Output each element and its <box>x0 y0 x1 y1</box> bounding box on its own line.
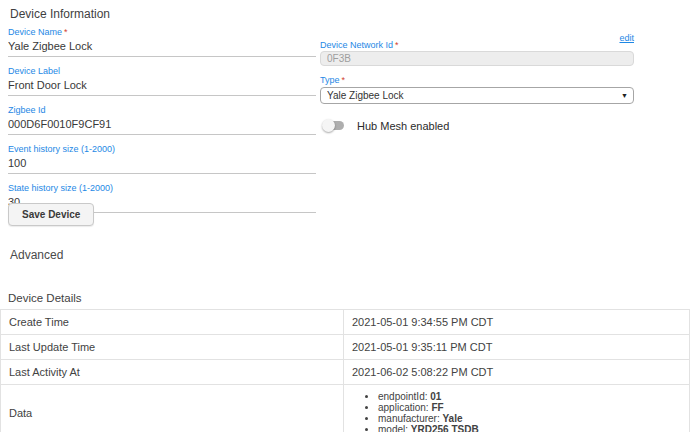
table-row: Data endpointId01 applicationFF manufact… <box>1 385 690 432</box>
device-label-field-group: Device Label <box>8 66 316 96</box>
data-key: model <box>378 424 411 432</box>
type-label: Type* <box>320 75 634 86</box>
page-title: Device Information <box>10 7 110 21</box>
device-name-label: Device Name* <box>8 27 316 38</box>
list-item: endpointId01 <box>378 391 681 402</box>
table-row: Last Update Time 2021-05-01 9:35:11 PM C… <box>1 335 690 360</box>
type-select[interactable]: Yale Zigbee Lock <box>320 87 634 104</box>
data-key: manufacturer <box>378 413 442 424</box>
device-form-left: Device Name* Device Label Zigbee Id Even… <box>8 27 316 222</box>
type-label-text: Type <box>320 75 340 85</box>
hub-mesh-toggle[interactable] <box>322 119 346 132</box>
type-select-wrap: Yale Zigbee Lock ▼ <box>320 87 634 104</box>
network-id-field-group: Device Network Id* <box>320 40 634 66</box>
network-id-input <box>320 51 634 66</box>
device-details-title: Device Details <box>8 292 82 304</box>
table-row: Create Time 2021-05-01 9:34:55 PM CDT <box>1 310 690 335</box>
list-item: modelYRD256 TSDB <box>378 424 681 432</box>
network-id-label: Device Network Id* <box>320 40 634 51</box>
event-history-label-text: Event history size (1-2000) <box>8 144 115 154</box>
list-item: applicationFF <box>378 402 681 413</box>
zigbee-id-field-group: Zigbee Id <box>8 105 316 135</box>
data-value: FF <box>431 402 443 413</box>
last-update-time-label: Last Update Time <box>1 335 344 360</box>
required-asterisk: * <box>342 75 346 85</box>
edit-link[interactable]: edit <box>619 33 634 43</box>
event-history-label: Event history size (1-2000) <box>8 144 316 155</box>
data-list: endpointId01 applicationFF manufacturerY… <box>352 391 681 432</box>
data-key: application <box>378 402 431 413</box>
state-history-label-text: State history size (1-2000) <box>8 183 113 193</box>
data-value-cell: endpointId01 applicationFF manufacturerY… <box>344 385 690 432</box>
last-activity-at-value: 2021-06-02 5:08:22 PM CDT <box>344 360 690 385</box>
hub-mesh-row: Hub Mesh enabled <box>320 119 634 132</box>
table-row: Last Activity At 2021-06-02 5:08:22 PM C… <box>1 360 690 385</box>
edit-row: edit <box>320 27 634 40</box>
zigbee-id-label-text: Zigbee Id <box>8 105 46 115</box>
hub-mesh-label: Hub Mesh enabled <box>357 120 449 132</box>
device-page: Device Information Device Name* Device L… <box>0 0 690 432</box>
event-history-input[interactable] <box>8 155 316 174</box>
toggle-thumb <box>322 119 335 132</box>
device-label-label: Device Label <box>8 66 316 77</box>
advanced-section-label[interactable]: Advanced <box>10 248 63 262</box>
list-item: manufacturerYale <box>378 413 681 424</box>
network-id-label-text: Device Network Id <box>320 40 393 50</box>
last-update-time-value: 2021-05-01 9:35:11 PM CDT <box>344 335 690 360</box>
save-device-button[interactable]: Save Device <box>8 203 94 226</box>
device-form-right: edit Device Network Id* Type* Yale Zigbe… <box>320 27 634 132</box>
data-value: YRD256 TSDB <box>411 424 479 432</box>
create-time-value: 2021-05-01 9:34:55 PM CDT <box>344 310 690 335</box>
data-label: Data <box>1 385 344 432</box>
device-name-input[interactable] <box>8 38 316 57</box>
data-value: 01 <box>430 391 441 402</box>
last-activity-at-label: Last Activity At <box>1 360 344 385</box>
event-history-field-group: Event history size (1-2000) <box>8 144 316 174</box>
state-history-label: State history size (1-2000) <box>8 183 316 194</box>
device-name-label-text: Device Name <box>8 27 62 37</box>
required-asterisk: * <box>64 27 68 37</box>
device-name-field-group: Device Name* <box>8 27 316 57</box>
device-label-label-text: Device Label <box>8 66 60 76</box>
data-value: Yale <box>442 413 462 424</box>
data-key: endpointId <box>378 391 430 402</box>
device-label-input[interactable] <box>8 77 316 96</box>
device-details-table: Create Time 2021-05-01 9:34:55 PM CDT La… <box>0 309 690 432</box>
type-field-group: Type* Yale Zigbee Lock ▼ <box>320 75 634 104</box>
create-time-label: Create Time <box>1 310 344 335</box>
zigbee-id-label: Zigbee Id <box>8 105 316 116</box>
required-asterisk: * <box>395 40 399 50</box>
zigbee-id-input[interactable] <box>8 116 316 135</box>
